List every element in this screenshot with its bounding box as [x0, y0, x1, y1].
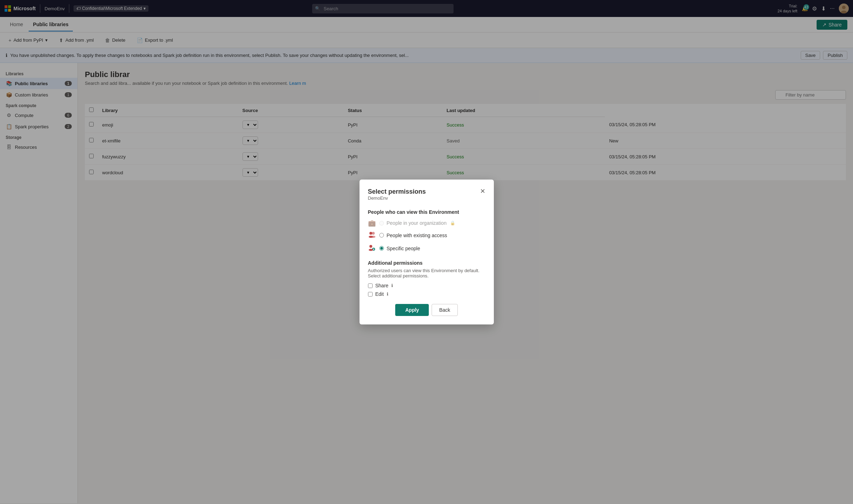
select-permissions-dialog: Select permissions DemoEnv ✕ People who …	[360, 180, 494, 324]
perm-org-label: People in your organization	[379, 220, 447, 226]
lock-icon: 🔒	[450, 221, 455, 225]
apply-button[interactable]: Apply	[395, 304, 429, 316]
specific-people-icon	[368, 244, 376, 253]
perm-existing-radio[interactable]	[379, 233, 384, 238]
perm-option-existing: People with existing access	[368, 230, 485, 240]
svg-point-10	[371, 236, 375, 238]
dialog-subtitle: DemoEnv	[368, 195, 426, 201]
dialog-footer: Apply Back	[368, 304, 485, 316]
share-checkbox[interactable]	[368, 283, 373, 288]
perm-existing-label[interactable]: People with existing access	[379, 233, 447, 238]
additional-permissions-section: Additional permissions Authorized users …	[368, 260, 485, 297]
share-permission-option: Share ℹ	[368, 283, 485, 288]
perm-option-org: 💼 People in your organization 🔒	[368, 219, 485, 227]
org-icon: 💼	[368, 219, 376, 227]
svg-point-8	[372, 232, 375, 235]
edit-label: Edit	[375, 291, 384, 297]
edit-info-icon[interactable]: ℹ	[387, 292, 388, 297]
svg-point-11	[369, 245, 372, 248]
perm-option-specific: Specific people	[368, 244, 485, 253]
dialog-close-button[interactable]: ✕	[480, 188, 485, 194]
svg-point-13	[369, 249, 373, 251]
perm-specific-label[interactable]: Specific people	[379, 246, 420, 251]
back-button[interactable]: Back	[432, 304, 457, 316]
share-info-icon[interactable]: ℹ	[391, 283, 393, 288]
edit-permission-option: Edit ℹ	[368, 291, 485, 297]
people-icon	[368, 230, 376, 240]
dialog-header: Select permissions DemoEnv ✕	[368, 188, 485, 208]
perm-specific-radio[interactable]	[379, 246, 384, 251]
share-label: Share	[375, 283, 388, 288]
modal-overlay[interactable]: Select permissions DemoEnv ✕ People who …	[0, 0, 853, 503]
edit-checkbox[interactable]	[368, 292, 373, 297]
dialog-title: Select permissions	[368, 188, 426, 195]
additional-title: Additional permissions	[368, 260, 485, 266]
additional-desc: Authorized users can view this Environme…	[368, 268, 485, 279]
people-section-title: People who can view this Environment	[368, 209, 485, 215]
perm-org-radio[interactable]	[379, 221, 384, 225]
svg-point-7	[369, 232, 372, 235]
